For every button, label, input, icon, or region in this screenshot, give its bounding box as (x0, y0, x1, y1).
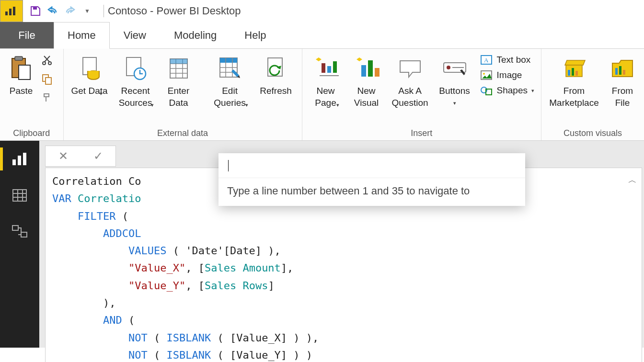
svg-text:A: A (484, 57, 489, 64)
expand-editor-icon[interactable]: ︿ (628, 173, 637, 187)
commit-formula-icon[interactable]: ✓ (93, 149, 103, 163)
svg-point-8 (48, 62, 51, 65)
svg-point-28 (447, 66, 450, 69)
enter-data-button[interactable]: Enter Data (161, 53, 197, 109)
tab-help[interactable]: Help (230, 22, 280, 48)
edit-queries-button[interactable]: Edit Queries▾ (209, 53, 251, 109)
text-box-button[interactable]: A Text box (478, 54, 536, 66)
shapes-icon (480, 85, 493, 96)
app-title: Contoso - Power BI Desktop (108, 5, 241, 17)
svg-rect-36 (568, 70, 570, 76)
nav-model-icon[interactable] (6, 220, 33, 243)
get-data-button[interactable]: Get Data▾ (69, 53, 111, 97)
svg-rect-25 (368, 60, 373, 77)
image-button[interactable]: Image (478, 69, 536, 81)
text-box-icon: A (480, 55, 493, 65)
shapes-button[interactable]: Shapes ▾ (478, 84, 536, 97)
qat-dropdown-icon[interactable]: ▼ (80, 4, 94, 18)
from-marketplace-button[interactable]: From Marketplace (546, 53, 602, 109)
group-label-insert: Insert (307, 126, 536, 138)
svg-rect-43 (18, 156, 21, 165)
svg-rect-22 (327, 66, 331, 73)
svg-rect-40 (619, 66, 621, 75)
nav-data-icon[interactable] (6, 184, 33, 207)
quick-access-toolbar: ▼ (23, 4, 100, 18)
svg-rect-3 (33, 7, 37, 10)
ribbon: Paste Clipboard Get Data▾ Recent Sources… (0, 49, 644, 141)
svg-rect-24 (361, 65, 366, 77)
svg-rect-2 (13, 7, 15, 15)
svg-rect-19 (220, 58, 237, 63)
svg-rect-39 (615, 68, 618, 75)
svg-rect-41 (623, 70, 625, 75)
group-label-clipboard: Clipboard (5, 126, 58, 138)
image-icon (480, 70, 493, 80)
svg-rect-17 (170, 59, 187, 64)
paste-button[interactable]: Paste (5, 53, 37, 97)
svg-rect-38 (575, 71, 578, 76)
dropdown-caret-icon: ▾ (100, 90, 103, 97)
svg-point-32 (483, 73, 485, 75)
cut-icon[interactable] (41, 55, 53, 68)
separator (104, 5, 104, 17)
svg-point-7 (43, 62, 46, 65)
svg-rect-37 (572, 68, 574, 76)
group-label-custom: Custom visuals (546, 126, 639, 138)
goto-line-hint: Type a line number between 1 and 35 to n… (218, 178, 525, 206)
group-external-data: Get Data▾ Recent Sources▾ Enter Data Edi… (64, 49, 302, 140)
app-logo-icon (0, 0, 23, 22)
paste-label: Paste (10, 85, 33, 97)
svg-rect-10 (46, 78, 51, 84)
save-icon[interactable] (29, 4, 42, 18)
buttons-button[interactable]: Buttons▾ (436, 53, 474, 106)
refresh-button[interactable]: Refresh (255, 53, 297, 97)
tab-home[interactable]: Home (54, 22, 110, 49)
nav-report-icon[interactable] (6, 147, 33, 170)
title-bar: ▼ Contoso - Power BI Desktop (0, 0, 644, 22)
left-nav (0, 141, 39, 348)
copy-icon[interactable] (41, 73, 53, 86)
undo-icon[interactable] (46, 4, 59, 18)
svg-rect-5 (15, 57, 23, 60)
svg-rect-0 (5, 11, 8, 15)
new-visual-button[interactable]: New Visual (348, 53, 385, 109)
goto-line-input[interactable] (218, 153, 525, 178)
svg-rect-42 (12, 159, 16, 165)
svg-rect-21 (322, 63, 325, 73)
tab-view[interactable]: View (110, 22, 160, 48)
redo-icon[interactable] (63, 4, 77, 18)
ribbon-tabs: File Home View Modeling Help (0, 22, 644, 49)
svg-rect-47 (21, 232, 27, 237)
svg-rect-26 (375, 68, 380, 77)
recent-sources-button[interactable]: Recent Sources▾ (115, 53, 157, 109)
clipboard-small-buttons (41, 53, 53, 105)
svg-rect-46 (12, 226, 18, 230)
group-clipboard: Paste Clipboard (0, 49, 64, 140)
group-label-external: External data (69, 126, 297, 138)
from-file-button[interactable]: From File (606, 53, 639, 109)
ask-question-button[interactable]: Ask A Question (389, 53, 432, 109)
svg-rect-23 (333, 61, 337, 73)
cancel-formula-icon[interactable]: ✕ (58, 149, 68, 163)
group-insert: New Page▾ New Visual Ask A Question Butt… (302, 49, 541, 140)
tab-file[interactable]: File (0, 22, 54, 48)
goto-line-popup: Type a line number between 1 and 35 to n… (218, 153, 525, 206)
new-page-button[interactable]: New Page▾ (307, 53, 345, 109)
group-custom-visuals: From Marketplace From File Custom visual… (541, 49, 644, 140)
svg-rect-6 (19, 65, 30, 79)
format-painter-icon[interactable] (41, 92, 53, 105)
svg-rect-44 (23, 153, 26, 165)
svg-rect-45 (13, 190, 26, 201)
svg-rect-1 (9, 9, 12, 15)
tab-modeling[interactable]: Modeling (160, 22, 230, 48)
